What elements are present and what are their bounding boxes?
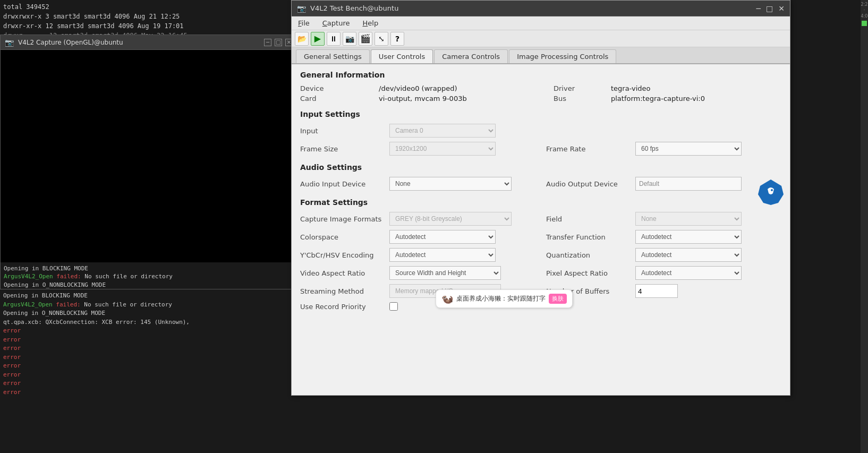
aspect-row: Video Aspect Ratio Source Width and Heig… <box>300 266 781 280</box>
capture-terminal: Opening in BLOCKING MODE ArgusV4L2_Open … <box>1 262 297 289</box>
card-label: Card <box>300 95 375 102</box>
input-row: Input Camera 0 <box>300 124 781 138</box>
terminal-line: qt.qpa.xcb: QXcbConnection: XCB error: 1… <box>3 318 288 327</box>
bird-icon <box>757 178 785 206</box>
terminal-error-line: error <box>3 379 288 388</box>
terminal-error-line: error <box>3 388 288 397</box>
device-label: Device <box>300 84 375 92</box>
help-button[interactable]: ? <box>390 32 404 46</box>
menu-file[interactable]: File <box>296 18 312 28</box>
ycbcr-select[interactable]: Autodetect <box>389 248 496 262</box>
use-record-checkbox[interactable] <box>389 302 398 311</box>
colorspace-label: Colorspace <box>300 233 385 241</box>
terminal-line: Opening in BLOCKING MODE <box>4 264 294 272</box>
maximize-button[interactable]: □ <box>275 39 282 46</box>
use-record-label: Use Record Priority <box>300 303 385 311</box>
sticker-text: 桌面养成小海獭：实时跟随打字 <box>456 294 546 303</box>
field-select[interactable]: None <box>635 212 742 226</box>
minimize-button[interactable]: ─ <box>264 39 271 46</box>
streaming-method-label: Streaming Method <box>300 287 385 295</box>
video-aspect-label: Video Aspect Ratio <box>300 269 385 277</box>
sticker-avatar: 🦦 <box>441 293 453 304</box>
terminal-error-line: error <box>3 362 288 371</box>
quantization-label: Quantization <box>546 251 631 259</box>
audio-output-label: Audio Output Device <box>546 180 631 188</box>
open-button[interactable]: 📂 <box>295 32 309 46</box>
terminal-error-line: error <box>3 336 288 345</box>
input-settings-title: Input Settings <box>300 110 781 118</box>
transfer-function-select[interactable]: Autodetect <box>635 230 742 244</box>
terminal-error-line: error <box>3 353 288 362</box>
capture-format-label: Capture Image Formats <box>300 215 385 223</box>
terminal-error-line: error <box>3 344 288 353</box>
audio-row: Audio Input Device None Audio Output Dev… <box>300 177 781 191</box>
main-minimize-button[interactable]: ─ <box>756 4 761 13</box>
general-info-title: General Information <box>300 71 781 79</box>
general-info-grid: Device /dev/video0 (wrapped) Driver tegr… <box>300 84 781 102</box>
audio-input-label: Audio Input Device <box>300 180 385 188</box>
transfer-function-label: Transfer Function <box>546 233 631 241</box>
sticker-button[interactable]: 换肤 <box>549 294 567 304</box>
frame-rate-select[interactable]: 60 fps 30 fps 15 fps <box>635 142 742 156</box>
tab-image-processing[interactable]: Image Processing Controls <box>509 49 616 63</box>
audio-output-input[interactable] <box>635 177 742 191</box>
main-window: 📷 V4L2 Test Bench@ubuntu ─ □ ✕ File Capt… <box>291 0 790 396</box>
card-value: vi-output, mvcam 9-003b <box>379 95 549 102</box>
driver-value: tegra-video <box>611 84 781 92</box>
main-close-button[interactable]: ✕ <box>778 4 785 13</box>
tab-camera-controls[interactable]: Camera Controls <box>434 49 508 63</box>
bottom-terminal: Opening in BLOCKING MODE ArgusV4L2_Open … <box>0 289 291 453</box>
zoom-button[interactable]: ⤡ <box>375 32 388 46</box>
terminal-line: Opening in O_NONBLOCKING MODE <box>3 309 288 318</box>
terminal-line: Opening in BLOCKING MODE <box>3 292 288 301</box>
input-select[interactable]: Camera 0 <box>389 124 496 138</box>
ycbcr-label: Y'CbCr/HSV Encoding <box>300 251 385 259</box>
pixel-aspect-select[interactable]: Autodetect <box>635 266 742 280</box>
right-indicator: 2:2 · 4:0 <box>861 0 868 453</box>
frame-size-select[interactable]: 1920x1200 <box>389 142 496 156</box>
colorspace-row: Colorspace Autodetect Transfer Function … <box>300 230 781 244</box>
input-label: Input <box>300 127 385 135</box>
ycbcr-row: Y'CbCr/HSV Encoding Autodetect Quantizat… <box>300 248 781 262</box>
terminal-line: ArgusV4L2_Open failed: No such file or d… <box>3 301 288 310</box>
frame-row: Frame Size 1920x1200 Frame Rate 60 fps 3… <box>300 142 781 156</box>
audio-input-select[interactable]: None <box>389 177 512 191</box>
menubar: File Capture Help <box>292 16 790 30</box>
terminal-line: ArgusV4L2_Open failed: No such file or d… <box>4 272 294 280</box>
capture-window-title: V4L2 Capture (OpenGL)@ubuntu <box>18 39 260 46</box>
format-settings-title: Format Settings <box>300 198 781 207</box>
green-indicator <box>862 21 867 26</box>
capture-window-icon: 📷 <box>5 38 14 47</box>
snapshot-button[interactable]: 📷 <box>343 32 356 46</box>
tab-user-controls[interactable]: User Controls <box>371 49 433 63</box>
capture-preview <box>1 50 297 262</box>
pause-button[interactable]: ⏸ <box>327 32 341 46</box>
menu-help[interactable]: Help <box>360 18 380 28</box>
main-window-icon: 📷 <box>297 4 306 13</box>
main-titlebar: 📷 V4L2 Test Bench@ubuntu ─ □ ✕ <box>292 1 790 16</box>
device-value: /dev/video0 (wrapped) <box>379 84 549 92</box>
record-button[interactable]: 🎬 <box>359 32 372 46</box>
bus-value: platform:tegra-capture-vi:0 <box>611 95 781 102</box>
colorspace-select[interactable]: Autodetect <box>389 230 496 244</box>
capture-format-select[interactable]: GREY (8-bit Greyscale) <box>389 212 512 226</box>
tab-general-settings[interactable]: General Settings <box>296 49 370 63</box>
terminal-error-line: error <box>3 371 288 380</box>
driver-label: Driver <box>554 84 607 92</box>
terminal-error-line: error <box>3 327 288 336</box>
bus-label: Bus <box>554 95 607 102</box>
num-buffers-input[interactable] <box>635 284 678 298</box>
pixel-aspect-label: Pixel Aspect Ratio <box>546 269 631 277</box>
main-maximize-button[interactable]: □ <box>766 4 773 13</box>
sticker-overlay: 🦦 桌面养成小海獭：实时跟随打字 换肤 <box>436 289 573 308</box>
tab-bar: General Settings User Controls Camera Co… <box>292 47 790 64</box>
frame-rate-label: Frame Rate <box>546 145 631 153</box>
quantization-select[interactable]: Autodetect <box>635 248 742 262</box>
audio-settings-title: Audio Settings <box>300 163 781 172</box>
toolbar: 📂 ▶ ⏸ 📷 🎬 ⤡ ? <box>292 30 790 47</box>
video-aspect-select[interactable]: Source Width and Height 4:3 16:9 <box>389 266 501 280</box>
play-button[interactable]: ▶ <box>311 32 325 46</box>
terminal-line: Opening in O_NONBLOCKING MODE <box>4 281 294 289</box>
capture-format-row: Capture Image Formats GREY (8-bit Greysc… <box>300 212 781 226</box>
menu-capture[interactable]: Capture <box>320 18 352 28</box>
